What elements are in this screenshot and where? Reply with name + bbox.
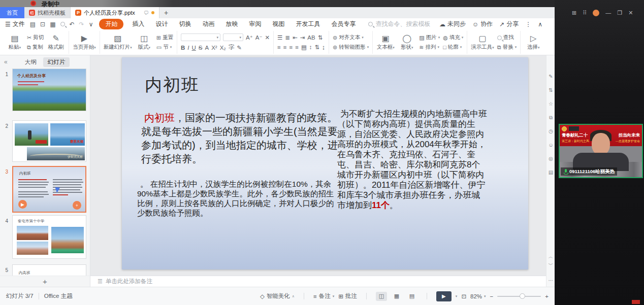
zoom-out-button[interactable]: − — [490, 293, 494, 299]
align-right-button[interactable]: ≡ — [289, 44, 293, 50]
notes-button[interactable]: ≡ 备注 ▾ — [313, 292, 334, 300]
file-menu[interactable]: ☰ 文件 — [5, 20, 25, 28]
tab-slides[interactable]: 幻灯片 — [43, 57, 70, 67]
menu-item-transition[interactable]: 切换 — [173, 20, 197, 28]
panel-clipboard-icon[interactable]: ⧉ — [547, 115, 555, 121]
to-smartart-button[interactable]: ⊛转智能图形▾ — [333, 44, 369, 51]
print-preview-icon[interactable] — [60, 22, 65, 26]
text-direction-button[interactable]: AB — [307, 35, 315, 41]
subscript-button[interactable]: X₂ — [220, 45, 226, 51]
reading-view-button[interactable]: ▤ — [406, 292, 417, 301]
collapse-panel-icon[interactable]: « — [4, 58, 8, 65]
fill-button[interactable]: ◍填充▾ — [443, 34, 463, 41]
slide-title[interactable]: 内初班 — [145, 74, 200, 97]
shrink-font-button[interactable]: A⁻ — [255, 34, 263, 41]
tab-document[interactable]: P 个人经历及分享.pptx 🗩 — [71, 7, 159, 18]
current-slide[interactable]: 内初班 内初班，国家的一项扶持新疆教育的政策。就是每年选拔一些的新疆籍小学生(当… — [122, 57, 528, 269]
slide-thumbnail-4[interactable]: 奎屯市第十中学 — [12, 215, 86, 259]
export-icon[interactable]: ⊡ — [40, 21, 45, 28]
clear-format-button[interactable]: ✕ — [265, 34, 270, 41]
normal-view-button[interactable]: ◫ — [376, 292, 387, 301]
command-search[interactable]: 查找命令、搜索模板 — [368, 20, 430, 28]
grow-font-button[interactable]: A⁺ — [246, 34, 253, 41]
bullets-button[interactable]: ☰ — [277, 34, 282, 41]
replace-button[interactable]: ⧉替换▾ — [497, 44, 517, 51]
spacing-options-button[interactable]: ↨ — [322, 44, 325, 50]
restore-button[interactable]: ❐ — [617, 10, 622, 16]
distribute-button[interactable]: ▤ — [301, 44, 307, 51]
menu-item-member[interactable]: 会员专享 — [326, 20, 361, 28]
workspace-grid-icon[interactable]: ⠿ — [583, 10, 587, 16]
panel-props-icon[interactable]: ▤ — [547, 170, 555, 175]
close-button[interactable]: ✕ — [628, 10, 633, 16]
zoom-level[interactable]: 82% ▾ — [470, 293, 486, 299]
redo-icon[interactable]: ↷ — [79, 21, 84, 28]
select-button[interactable]: ▷ 选择▾ — [524, 35, 542, 51]
outline-button[interactable]: □轮廓▾ — [443, 44, 463, 51]
slide-thumbnail-1[interactable]: 个人经历及分享 — [12, 69, 86, 111]
account-avatar[interactable] — [593, 10, 599, 16]
smart-beautify-button[interactable]: ◇ 智能美化 ∧ — [260, 292, 295, 300]
section-button[interactable]: ▭节▾ — [156, 44, 173, 51]
play-from-current-button[interactable]: ▶ 当页开始▾ — [73, 35, 96, 51]
line-spacing-button[interactable]: ↕ — [309, 44, 312, 50]
slideshow-options-icon[interactable]: ▾ — [456, 294, 458, 298]
menu-item-slideshow[interactable]: 放映 — [220, 20, 243, 28]
para-spacing-button[interactable]: ⇅ — [315, 44, 320, 51]
undo-icon[interactable]: ↶ — [70, 21, 75, 28]
play-slide-button[interactable]: ▶ — [18, 200, 27, 209]
decrease-indent-button[interactable]: ⇤ — [293, 34, 298, 41]
textbox-button[interactable]: ▣ 文本框▾ — [376, 35, 395, 51]
char-effects-button[interactable]: 字 — [229, 44, 235, 51]
copy-button[interactable]: ⧉复制 — [27, 44, 44, 51]
tab-outline[interactable]: 大纲 — [20, 57, 41, 67]
more-tools-icon[interactable]: ⋯ — [547, 278, 555, 283]
share-button[interactable]: ↗ 分享 — [499, 20, 519, 28]
video-call-overlay[interactable]: 青春献礼二十 担当向未来 第三讲：新时代之风 —志愿逐梦护使命 09111211… — [559, 124, 643, 178]
increase-indent-button[interactable]: ⇥ — [300, 34, 305, 41]
slide-canvas[interactable]: 内初班 内初班，国家的一项扶持新疆教育的政策。就是每年选拔一些的新疆籍小学生(当… — [90, 55, 546, 287]
font-name-select[interactable]: ▾ — [181, 33, 220, 41]
add-slide-button[interactable]: + — [0, 276, 90, 287]
slideshow-play-button[interactable]: ▶ — [436, 291, 452, 301]
theme-name[interactable]: Office 主题 — [44, 292, 73, 300]
panel-assistant-icon[interactable]: ☺ — [547, 142, 555, 148]
shapes-button[interactable]: ◯ 形状▾ — [398, 35, 416, 51]
prev-slide-icon[interactable]: ︿ — [547, 253, 555, 260]
zoom-in-button[interactable]: + — [545, 293, 549, 299]
dock-window-icon[interactable]: ⊞ — [572, 10, 576, 16]
underline-button[interactable]: U — [191, 45, 196, 51]
numbering-button[interactable]: ≣ — [285, 34, 290, 41]
notes-bar[interactable]: ☰ 单击此处添加备注 — [90, 276, 546, 287]
format-painter-button[interactable]: ✎ 格式刷 — [47, 35, 65, 51]
slide-bullet-2[interactable]: 。 在招生计划中，汉族学生的比例被控制在10%，其余90%基本上都是少数民族学生… — [137, 179, 336, 218]
font-size-select[interactable]: ▾ — [223, 33, 243, 41]
font-color-button[interactable]: A — [205, 45, 209, 51]
align-text-button[interactable]: ⊜对齐文本▾ — [333, 34, 369, 41]
new-tab-button[interactable]: + — [159, 7, 173, 18]
paste-button[interactable]: ▤ 粘贴▾ — [6, 35, 24, 51]
slide-bullet-3[interactable]: 为不断扩大招生规模的内地新疆高中班（以下简称内高班）提供高质量的生源，自治区党委… — [337, 109, 488, 211]
next-slide-icon[interactable]: ﹀ — [547, 261, 555, 268]
zoom-slider-knob[interactable] — [520, 293, 525, 299]
slide-sorter-view-button[interactable]: ▦ — [391, 292, 402, 301]
chat-bubble-icon[interactable]: 🗩 — [144, 10, 149, 16]
picture-button[interactable]: ▨图片▾ — [419, 34, 440, 41]
justify-button[interactable]: ≡ — [295, 44, 299, 50]
slide-thumbnail-3-selected[interactable]: 内初班 ▶ + — [12, 166, 86, 213]
slide-thumbnail-5[interactable]: 内高班 — [12, 264, 86, 276]
sync-status[interactable]: ☁ 未同步 — [439, 20, 466, 28]
present-tools-button[interactable]: ▢ 演示工具▾ — [471, 35, 494, 51]
tab-docer-templates[interactable]: 稻 找稻壳模板 — [24, 7, 71, 18]
collapse-ribbon-icon[interactable]: ∧ — [538, 21, 542, 28]
add-slide-quick-button[interactable]: + — [73, 201, 81, 210]
customize-toolbar-icon[interactable]: ∨ — [89, 21, 93, 28]
menu-item-insert[interactable]: 插入 — [126, 20, 150, 28]
slide-bullet-1[interactable]: 内初班，国家的一项扶持新疆教育的政策。就是每年选拔一些的新疆籍小学生(当然是要参… — [141, 111, 338, 166]
panel-history-icon[interactable]: ◷ — [547, 128, 555, 134]
fit-to-window-icon[interactable]: ⊡ — [461, 293, 466, 300]
cut-button[interactable]: ✂剪切 — [27, 34, 44, 41]
menu-item-review[interactable]: 审阅 — [243, 20, 267, 28]
panel-record-icon[interactable]: ◎ — [547, 156, 555, 161]
panel-transition-icon[interactable]: ⇅ — [547, 87, 555, 93]
